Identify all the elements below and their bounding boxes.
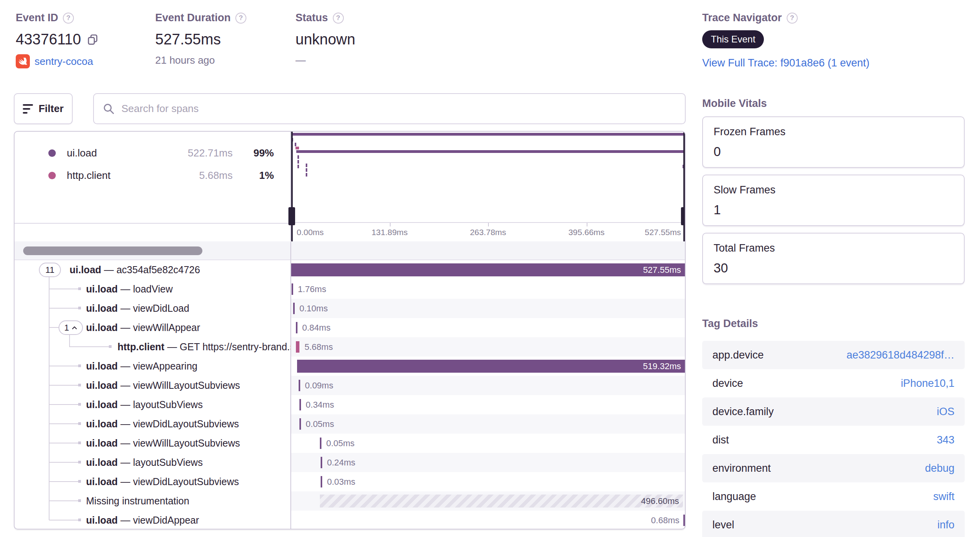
tag-value-link[interactable]: iOS xyxy=(937,406,954,418)
span-duration-label: 0.03ms xyxy=(327,477,355,487)
tag-value-link[interactable]: info xyxy=(937,519,954,531)
span-duration-tick[interactable] xyxy=(320,438,321,449)
vital-card-label: Slow Frames xyxy=(714,184,964,196)
tag-row: device.familyiOS xyxy=(702,397,965,426)
help-icon[interactable]: ? xyxy=(235,13,246,24)
span-bar-row[interactable]: 0.03ms xyxy=(291,472,685,491)
span-bar-row[interactable]: 0.34ms xyxy=(291,395,685,414)
span-label: ui.load — layoutSubViews xyxy=(15,399,203,410)
legend-percent: 99% xyxy=(233,147,274,159)
tag-row: deviceiPhone10,1 xyxy=(702,369,965,397)
span-bar-row[interactable]: 0.09ms xyxy=(291,376,685,395)
viewport-left-handle[interactable] xyxy=(288,207,295,225)
span-bar-row[interactable]: 0.05ms xyxy=(291,434,685,453)
tag-key: dist xyxy=(712,434,729,446)
tree-connector-dot xyxy=(78,384,81,386)
tag-value-link[interactable]: swift xyxy=(933,491,954,503)
event-id-label: Event ID xyxy=(16,12,58,24)
span-duration-tick[interactable] xyxy=(296,341,299,353)
tree-connector-dot xyxy=(78,364,81,367)
span-bar-row[interactable]: 496.60ms xyxy=(291,491,685,511)
legend-row[interactable]: ui.load522.71ms99% xyxy=(15,142,290,164)
span-children-toggle[interactable]: 1 xyxy=(59,320,83,335)
trace-minimap[interactable] xyxy=(290,132,685,223)
span-duration-bar[interactable]: 519.32ms xyxy=(297,360,685,373)
span-detail-page: Event ID ? 43376110 sentry-cocoa Event D… xyxy=(0,0,980,537)
event-duration-section: Event Duration ? 527.55ms 21 hours ago xyxy=(155,12,246,66)
span-bar-row[interactable]: 1.76ms xyxy=(291,280,685,299)
missing-instrumentation-bar[interactable]: 496.60ms xyxy=(320,495,683,508)
span-bar-row[interactable]: 519.32ms xyxy=(291,357,685,376)
vital-card-label: Frozen Frames xyxy=(714,126,964,138)
span-bar-row[interactable]: 0.05ms xyxy=(291,414,685,434)
legend-op-name: ui.load xyxy=(67,147,97,159)
filter-button-label: Filter xyxy=(39,103,64,115)
tree-scrollbar-thumb[interactable] xyxy=(23,246,202,255)
span-duration-label: 0.05ms xyxy=(326,438,354,449)
span-bar-row[interactable]: 0.24ms xyxy=(291,453,685,472)
tag-key: device.family xyxy=(712,406,774,418)
span-label: ui.load — layoutSubViews xyxy=(15,457,203,468)
span-bar-row[interactable]: 5.68ms xyxy=(291,337,685,357)
trace-navigator-section: Trace Navigator ? This Event View Full T… xyxy=(702,12,965,69)
viewport-right-handle[interactable] xyxy=(681,207,686,225)
span-duration-tick[interactable] xyxy=(296,322,297,333)
status-value: unknown xyxy=(295,31,355,48)
span-duration-tick[interactable] xyxy=(292,283,293,295)
legend-row[interactable]: http.client5.68ms1% xyxy=(15,164,290,187)
span-op-color-dot xyxy=(48,172,56,179)
tree-scrollbar-track[interactable] xyxy=(15,241,290,260)
span-bar-row[interactable]: 0.68ms xyxy=(291,511,685,530)
view-full-trace-link[interactable]: View Full Trace: f901a8e6 (1 event) xyxy=(702,57,965,69)
tree-connector-line xyxy=(49,423,80,424)
span-tree-row[interactable]: ui.load — ac354af5e82c472611 xyxy=(15,260,290,280)
span-duration-tick[interactable] xyxy=(299,399,301,410)
tag-value-link[interactable]: iPhone10,1 xyxy=(901,377,954,390)
span-duration-tick[interactable] xyxy=(299,380,300,391)
tree-connector-line xyxy=(49,443,80,443)
tree-connector-line xyxy=(49,385,80,386)
help-icon[interactable]: ? xyxy=(63,13,74,24)
vital-card-label: Total Frames xyxy=(714,242,964,254)
tree-connector-line xyxy=(49,520,80,520)
copy-icon[interactable] xyxy=(86,33,99,46)
filter-button[interactable]: Filter xyxy=(14,93,73,124)
tag-details-title: Tag Details xyxy=(702,318,965,330)
this-event-badge: This Event xyxy=(702,30,764,48)
search-input[interactable] xyxy=(121,103,676,115)
span-duration-tick[interactable] xyxy=(293,303,295,314)
span-duration-label: 0.24ms xyxy=(327,458,355,468)
axis-tick-label: 527.55ms xyxy=(645,228,681,237)
vital-card-value: 1 xyxy=(714,202,964,217)
span-duration-tick[interactable] xyxy=(683,515,685,526)
span-duration-tick[interactable] xyxy=(321,457,322,468)
project-link[interactable]: sentry-cocoa xyxy=(35,55,93,68)
tag-value-link[interactable]: ae3829618d484298f… xyxy=(846,349,954,361)
span-label: ui.load — viewAppearing xyxy=(15,360,197,372)
span-bar-row[interactable]: 0.84ms xyxy=(291,318,685,337)
tag-row: levelinfo xyxy=(702,511,965,537)
help-icon[interactable]: ? xyxy=(787,13,798,24)
span-duration-bar[interactable]: 527.55ms xyxy=(291,263,685,276)
span-tree-row[interactable]: http.client — GET https://sentry-brand.s… xyxy=(15,337,290,357)
tree-connector-line xyxy=(49,327,59,328)
span-duration-tick[interactable] xyxy=(299,418,301,430)
chevron-up-icon xyxy=(72,326,77,330)
tree-connector-dot xyxy=(78,499,81,502)
tree-connector-line xyxy=(69,346,110,347)
legend-percent: 1% xyxy=(233,169,274,182)
trace-navigator-label: Trace Navigator xyxy=(702,12,782,24)
span-duration-tick[interactable] xyxy=(321,476,322,487)
tag-value-link[interactable]: debug xyxy=(925,462,954,474)
span-bar-row[interactable]: 527.55ms xyxy=(291,260,685,280)
span-children-toggle[interactable]: 11 xyxy=(39,263,61,277)
span-legend: ui.load522.71ms99%http.client5.68ms1% xyxy=(15,132,290,223)
span-bar-row[interactable]: 0.10ms xyxy=(291,299,685,318)
minimap-span-bar xyxy=(291,133,685,136)
legend-op-name: http.client xyxy=(67,169,110,182)
help-icon[interactable]: ? xyxy=(333,13,344,24)
tree-connector-dot xyxy=(78,287,81,290)
span-label: ui.load — viewDidAppear xyxy=(15,515,199,526)
tag-value-link[interactable]: 343 xyxy=(937,434,954,446)
legend-duration: 522.71ms xyxy=(188,147,233,159)
